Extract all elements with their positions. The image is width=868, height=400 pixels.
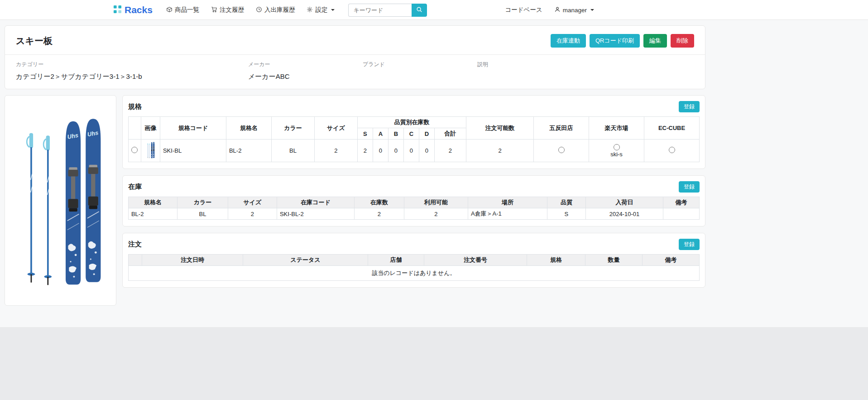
th-stock-spec-name: 規格名 — [128, 197, 177, 208]
th-spec-size: サイズ — [314, 117, 357, 140]
th-orderable: 注文可能数 — [466, 117, 534, 140]
spec-name-cell: BL-2 — [226, 140, 271, 162]
spec-select-radio[interactable] — [131, 147, 138, 153]
nav-item-label: 設定 — [315, 6, 327, 14]
search-button[interactable] — [412, 4, 427, 17]
main-content: スキー板 在庫連動 QRコード印刷 編集 削除 カテゴリー カテゴリー2＞サブカ… — [5, 20, 705, 306]
field-category: カテゴリー カテゴリー2＞サブカテゴリー3-1＞3-1-b — [16, 61, 248, 82]
stock-spec-name-cell: BL-2 — [128, 208, 177, 220]
spec-quality-s-cell: 2 — [357, 140, 373, 162]
stock-note-cell — [663, 208, 699, 220]
chevron-down-icon — [590, 9, 594, 11]
th-stock-location: 場所 — [468, 197, 547, 208]
field-category-value: カテゴリー2＞サブカテゴリー3-1＞3-1-b — [16, 72, 248, 82]
brand-logo[interactable]: Racks — [113, 5, 153, 15]
th-spec-name: 規格名 — [226, 117, 271, 140]
codebase-link[interactable]: コードベース — [505, 6, 542, 14]
spec-gotanda-cell — [534, 140, 589, 162]
nav-item-settings[interactable]: 設定 — [307, 6, 335, 14]
nav-item-inout-history[interactable]: 入出庫履歴 — [256, 6, 295, 14]
th-order-spec: 規格 — [527, 255, 585, 266]
search-input[interactable] — [348, 4, 412, 17]
th-order-status: ステータス — [243, 255, 368, 266]
stock-section-title: 在庫 — [128, 183, 142, 191]
stock-table: 規格名 カラー サイズ 在庫コード 在庫数 利用可能 場所 品質 入荷日 備考 — [128, 197, 700, 220]
spec-quality-b-cell: 0 — [388, 140, 403, 162]
package-icon — [166, 6, 173, 14]
th-stock-arrival-date: 入荷日 — [585, 197, 663, 208]
orders-empty-row: 該当のレコードはありません。 — [128, 266, 699, 281]
stock-available-cell: 2 — [404, 208, 468, 220]
th-store-eccube: EC-CUBE — [644, 117, 700, 140]
orders-section-title: 注文 — [128, 240, 142, 249]
th-order-select — [128, 255, 142, 266]
th-quality-c: C — [403, 128, 419, 140]
spec-quality-total-cell: 2 — [434, 140, 466, 162]
stock-sync-button[interactable]: 在庫連動 — [551, 34, 586, 48]
eccube-store-radio[interactable] — [669, 147, 675, 153]
th-order-number: 注文番号 — [424, 255, 527, 266]
field-brand: ブランド — [363, 61, 477, 82]
spec-select-cell — [128, 140, 141, 162]
navbar-container: Racks 商品一覧 注文履歴 入出庫履歴 — [0, 0, 868, 20]
orders-header-row: 注文日時 ステータス 店舗 注文番号 規格 数量 備考 — [128, 255, 699, 266]
spec-eccube-cell — [644, 140, 700, 162]
th-quality-group: 品質別在庫数 — [357, 117, 466, 128]
stock-qty-cell: 2 — [354, 208, 404, 220]
stock-header-row: 規格名 カラー サイズ 在庫コード 在庫数 利用可能 場所 品質 入荷日 備考 — [128, 197, 699, 208]
product-image — [12, 109, 108, 293]
spec-quality-c-cell: 0 — [403, 140, 419, 162]
person-icon — [554, 6, 561, 14]
lower-layout: 規格 登録 画像 規格コード — [5, 95, 705, 306]
spec-orderable-cell: 2 — [466, 140, 534, 162]
qr-print-button[interactable]: QRコード印刷 — [590, 34, 640, 48]
th-stock-qty: 在庫数 — [354, 197, 404, 208]
racks-logo-icon — [113, 5, 122, 15]
th-spec-color: カラー — [271, 117, 314, 140]
th-quality-b: B — [388, 128, 403, 140]
th-stock-note: 備考 — [663, 197, 699, 208]
clock-icon — [256, 6, 262, 14]
user-menu[interactable]: manager — [554, 6, 594, 14]
main-nav: 商品一覧 注文履歴 入出庫履歴 設定 — [166, 6, 335, 14]
field-description: 説明 — [477, 61, 694, 82]
top-navbar: Racks 商品一覧 注文履歴 入出庫履歴 — [0, 0, 868, 20]
detail-sections: 規格 登録 画像 規格コード — [122, 95, 705, 288]
th-order-datetime: 注文日時 — [142, 255, 243, 266]
th-stock-quality: 品質 — [547, 197, 585, 208]
field-description-label: 説明 — [477, 61, 694, 68]
spec-register-button[interactable]: 登録 — [679, 101, 700, 112]
orders-register-button[interactable]: 登録 — [679, 239, 700, 250]
user-name: manager — [563, 7, 587, 14]
stock-section: 在庫 登録 規格名 カラー サイズ — [122, 175, 705, 227]
spec-quality-d-cell: 0 — [419, 140, 434, 162]
th-stock-available: 利用可能 — [404, 197, 468, 208]
nav-item-products[interactable]: 商品一覧 — [166, 6, 199, 14]
th-order-store: 店舗 — [368, 255, 424, 266]
page-background: スキー板 在庫連動 QRコード印刷 編集 削除 カテゴリー カテゴリー2＞サブカ… — [0, 20, 868, 327]
th-quality-s: S — [357, 128, 373, 140]
stock-color-cell: BL — [177, 208, 228, 220]
page-title: スキー板 — [16, 35, 53, 47]
field-maker-value: メーカーABC — [248, 72, 363, 82]
nav-item-order-history[interactable]: 注文履歴 — [211, 6, 244, 14]
rakuten-store-radio[interactable] — [614, 144, 620, 150]
stock-register-button[interactable]: 登録 — [679, 181, 700, 193]
th-spec-select — [128, 117, 141, 140]
stock-section-header: 在庫 登録 — [128, 181, 700, 193]
brand-name: Racks — [125, 5, 153, 15]
rakuten-note: ski-s — [610, 151, 623, 158]
th-stock-code: 在庫コード — [277, 197, 354, 208]
spec-image-cell — [141, 140, 160, 162]
th-store-gotanda: 五反田店 — [534, 117, 589, 140]
search-bar — [348, 4, 427, 17]
th-quality-total: 合計 — [434, 128, 466, 140]
search-icon — [416, 6, 422, 14]
spec-thumbnail-image — [146, 141, 155, 159]
edit-button[interactable]: 編集 — [643, 34, 667, 48]
field-maker: メーカー メーカーABC — [248, 61, 363, 82]
gotanda-store-radio[interactable] — [558, 147, 565, 153]
th-quality-a: A — [373, 128, 388, 140]
delete-button[interactable]: 削除 — [671, 34, 694, 48]
th-stock-color: カラー — [177, 197, 228, 208]
